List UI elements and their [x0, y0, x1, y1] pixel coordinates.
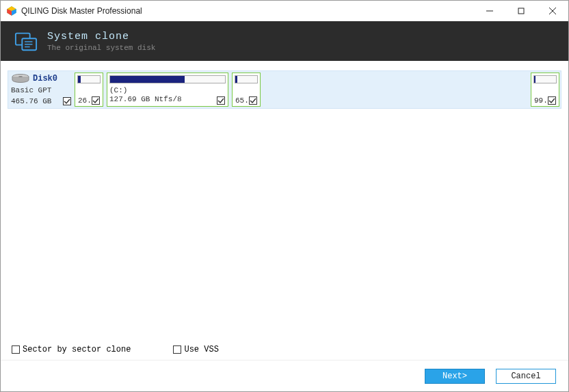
sector-clone-label: Sector by sector clone: [23, 345, 131, 354]
partition-3-size: 65.: [235, 96, 249, 105]
window-title: QILING Disk Master Professional: [21, 6, 474, 16]
options-row: Sector by sector clone Use VSS: [1, 339, 568, 360]
disk-type: Basic GPT: [11, 86, 71, 95]
partition-2[interactable]: (C:) 127.69 GB Ntfs/8: [107, 73, 228, 107]
close-button[interactable]: [537, 1, 568, 21]
partition-2-checkbox[interactable]: [217, 96, 225, 105]
use-vss-option[interactable]: Use VSS: [173, 345, 218, 354]
titlebar: QILING Disk Master Professional: [1, 1, 568, 21]
partition-4-size: 99.: [534, 96, 548, 105]
disk-info: Disk0 Basic GPT 465.76 GB: [10, 73, 71, 107]
partition-1-fill: [78, 76, 81, 83]
sector-clone-checkbox[interactable]: [12, 345, 20, 354]
partition-2-label: (C:): [109, 86, 226, 95]
svg-point-14: [18, 76, 23, 77]
page-title: System clone: [47, 31, 155, 42]
page-subtitle: The original system disk: [47, 44, 155, 52]
app-logo-icon: [6, 5, 17, 16]
disk-icon: [11, 74, 30, 83]
next-button[interactable]: Next>: [425, 369, 485, 384]
use-vss-checkbox[interactable]: [173, 345, 181, 354]
partition-spacer: [264, 73, 527, 107]
footer: Next> Cancel: [1, 360, 568, 391]
content-area: Disk0 Basic GPT 465.76 GB 26. (C:) 127.6…: [1, 61, 568, 339]
partition-4[interactable]: 99.: [531, 73, 559, 107]
partition-1-checkbox[interactable]: [92, 96, 100, 105]
partition-3-checkbox[interactable]: [249, 96, 257, 105]
disk-checkbox[interactable]: [63, 97, 71, 105]
maximize-button[interactable]: [505, 1, 537, 21]
partition-3-fill: [235, 76, 237, 83]
partition-2-fill: [110, 76, 185, 83]
page-header: System clone The original system disk: [1, 21, 568, 61]
disk-row[interactable]: Disk0 Basic GPT 465.76 GB 26. (C:) 127.6…: [8, 70, 561, 109]
partition-3[interactable]: 65.: [232, 73, 261, 107]
partition-1[interactable]: 26.: [75, 73, 103, 107]
sector-clone-option[interactable]: Sector by sector clone: [12, 345, 131, 354]
partition-1-size: 26.: [78, 96, 92, 105]
partition-2-details: 127.69 GB Ntfs/8: [109, 95, 226, 104]
partition-4-fill: [534, 76, 535, 83]
disk-size: 465.76 GB: [11, 97, 71, 106]
svg-rect-5: [518, 8, 524, 14]
partition-4-checkbox[interactable]: [548, 96, 556, 105]
disk-name: Disk0: [33, 74, 57, 83]
use-vss-label: Use VSS: [184, 345, 218, 354]
system-clone-icon: [14, 29, 38, 53]
minimize-button[interactable]: [474, 1, 505, 21]
cancel-button[interactable]: Cancel: [496, 369, 556, 384]
